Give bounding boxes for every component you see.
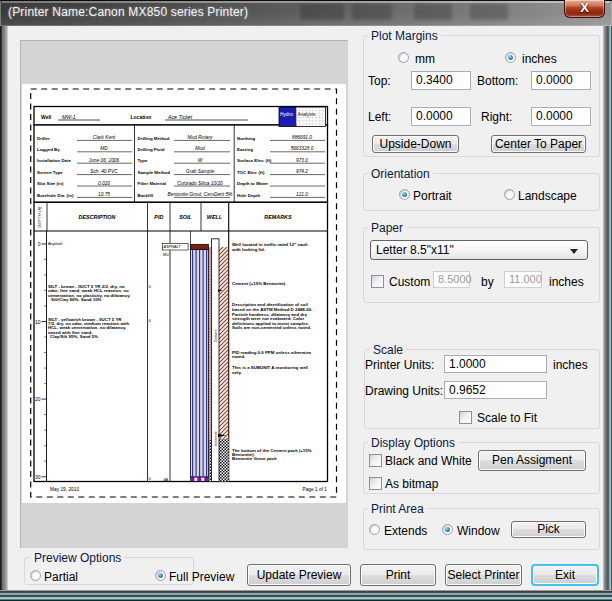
svg-text:Slot Size (in): Slot Size (in): [37, 181, 64, 186]
svg-text:Bentonite Grout, CemDent 5%: Bentonite Grout, CemDent 5%: [168, 192, 234, 197]
svg-text:Driller: Driller: [37, 136, 50, 141]
svg-text:Logged By: Logged By: [37, 147, 60, 152]
svg-text:Surface Elev. (ft): Surface Elev. (ft): [237, 158, 272, 163]
svg-text:Bentonite Grout pack: Bentonite Grout pack: [232, 456, 277, 461]
svg-text:Grab Sample: Grab Sample: [186, 169, 215, 174]
svg-text:Ace Ticket: Ace Ticket: [167, 114, 193, 120]
svg-text:Well: Well: [41, 114, 52, 120]
svg-text:Page 1 of 1: Page 1 of 1: [302, 487, 327, 492]
svg-text:Location: Location: [131, 114, 152, 120]
svg-text:20: 20: [35, 396, 41, 402]
svg-text:noted.: noted.: [232, 354, 245, 359]
svg-text:Analysis: Analysis: [298, 112, 316, 117]
svg-text:Backfill: Backfill: [138, 193, 154, 198]
svg-text:Soils are non-cemented unless: Soils are non-cemented unless noted.: [232, 325, 311, 330]
svg-text:5663328.0: 5663328.0: [291, 146, 314, 151]
svg-text:MW-1: MW-1: [62, 114, 76, 120]
svg-text:Drilling Fluid: Drilling Fluid: [138, 147, 165, 152]
svg-text:with locking lid.: with locking lid.: [231, 247, 265, 252]
svg-text:bentonite: bentonite: [214, 431, 218, 446]
svg-text:Hydro: Hydro: [280, 112, 293, 117]
svg-text:MD: MD: [100, 146, 108, 151]
svg-text:only.: only.: [232, 370, 242, 375]
svg-text:974.2: 974.2: [296, 169, 308, 174]
svg-text:Cement: Cement: [214, 329, 218, 342]
svg-text:121.0: 121.0: [296, 192, 308, 197]
svg-text:May 19, 2010: May 19, 2010: [50, 487, 79, 492]
svg-text:Screen Type: Screen Type: [37, 170, 63, 175]
svg-text:Mud: Mud: [195, 146, 205, 151]
svg-text:Colorado Silica 10/20: Colorado Silica 10/20: [177, 181, 223, 186]
svg-text:Filter Material: Filter Material: [138, 181, 167, 186]
svg-text:Mud Rotary: Mud Rotary: [188, 135, 213, 140]
svg-text:REMARKS: REMARKS: [264, 214, 292, 220]
svg-text:PID: PID: [154, 214, 163, 220]
svg-text:W: W: [198, 158, 203, 163]
svg-text:June 06, 2006: June 06, 2006: [88, 158, 120, 163]
svg-text:0: 0: [38, 241, 41, 247]
svg-text:DESCRIPTION: DESCRIPTION: [79, 214, 116, 220]
svg-text:886691.0: 886691.0: [292, 135, 312, 140]
svg-text:Silt/Clay 90%, Sand 10%: Silt/Clay 90%, Sand 10%: [51, 297, 102, 302]
svg-text:4A: 4A: [164, 478, 169, 482]
svg-text:Sample Method: Sample Method: [138, 170, 171, 175]
svg-text:Asphalt: Asphalt: [48, 241, 63, 246]
svg-text:MU: MU: [163, 253, 169, 257]
svg-text:TOC Elev. (ft): TOC Elev. (ft): [237, 170, 265, 175]
svg-text:30: 30: [35, 474, 41, 480]
svg-text:Hole Depth: Hole Depth: [237, 193, 260, 198]
svg-text:Clay/Silt 95%, Sand 5%: Clay/Silt 95%, Sand 5%: [50, 334, 98, 339]
svg-text:WELL: WELL: [207, 214, 222, 220]
svg-text:Clark Kent: Clark Kent: [93, 135, 116, 140]
svg-text:SOIL: SOIL: [179, 214, 192, 220]
svg-text:This is a SUBUNIT A monitoring: This is a SUBUNIT A monitoring well: [232, 365, 308, 370]
svg-text:Type: Type: [138, 158, 148, 163]
svg-text:Easting: Easting: [237, 147, 253, 152]
svg-text:Borehole Dia. (in): Borehole Dia. (in): [37, 193, 74, 198]
svg-text:Northing: Northing: [237, 136, 256, 141]
svg-text:10: 10: [35, 319, 41, 325]
svg-text:973.0: 973.0: [296, 158, 308, 163]
svg-text:Depth to Water: Depth to Water: [237, 181, 268, 186]
svg-text:DEPTH (ft): DEPTH (ft): [37, 206, 42, 228]
svg-text:Cement (+15% Bentonite).: Cement (+15% Bentonite).: [232, 281, 286, 286]
svg-text:Drilling Method: Drilling Method: [138, 136, 170, 141]
svg-text:Installation Date: Installation Date: [37, 158, 71, 163]
svg-text:ASPHALT: ASPHALT: [163, 245, 182, 249]
svg-text:0.020: 0.020: [98, 181, 110, 186]
svg-text:10.75: 10.75: [98, 192, 110, 197]
svg-text:Sch. 40 PVC: Sch. 40 PVC: [90, 169, 118, 174]
